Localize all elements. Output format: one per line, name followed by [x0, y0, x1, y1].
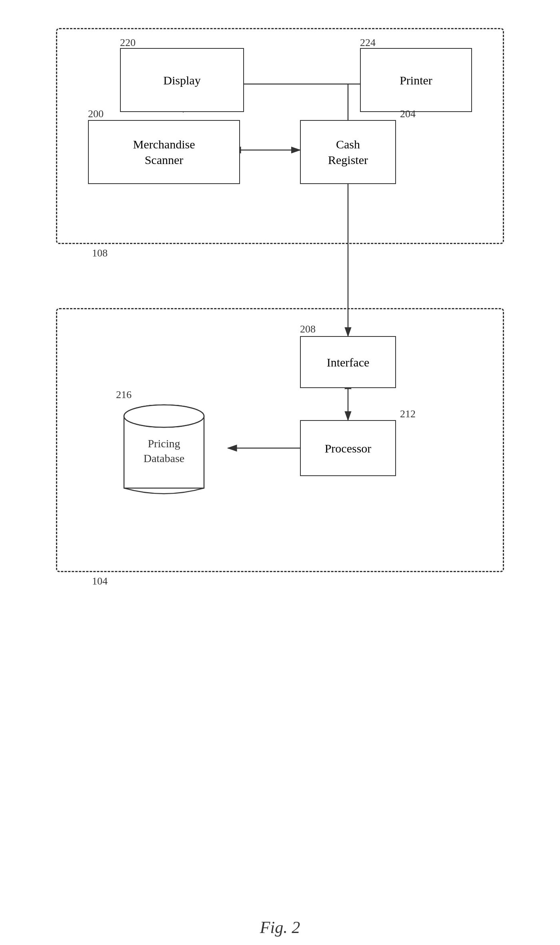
diagram-container: 108 104 Display 220 Printer 224 Merchand… [56, 16, 504, 913]
interface-box: Interface [300, 336, 396, 388]
printer-label: Printer [400, 72, 432, 88]
processor-box: Processor [300, 420, 396, 476]
cash-register-box: Cash Register [300, 120, 396, 184]
ref-220: 220 [120, 37, 136, 49]
ref-200: 200 [88, 108, 104, 120]
processor-label: Processor [325, 440, 372, 456]
figure-label: Fig. 2 [260, 918, 300, 937]
ref-label-104: 104 [92, 575, 108, 587]
ref-208: 208 [300, 323, 316, 335]
ref-204: 204 [400, 108, 416, 120]
svg-point-13 [124, 405, 204, 427]
svg-text:Pricing: Pricing [148, 437, 180, 450]
cash-register-label: Cash Register [328, 136, 368, 168]
interface-label: Interface [327, 354, 370, 370]
pricing-database-cylinder: Pricing Database [116, 400, 212, 504]
merchandise-scanner-box: Merchandise Scanner [88, 120, 240, 184]
ref-216: 216 [116, 389, 132, 401]
display-box: Display [120, 48, 244, 112]
ref-212: 212 [400, 408, 416, 420]
display-label: Display [163, 72, 200, 88]
pricing-database-svg: Pricing Database [116, 400, 212, 504]
ref-224: 224 [360, 37, 376, 49]
merchandise-scanner-label: Merchandise Scanner [133, 136, 195, 168]
printer-box: Printer [360, 48, 472, 112]
svg-text:Database: Database [144, 452, 185, 464]
ref-label-108: 108 [92, 247, 108, 259]
